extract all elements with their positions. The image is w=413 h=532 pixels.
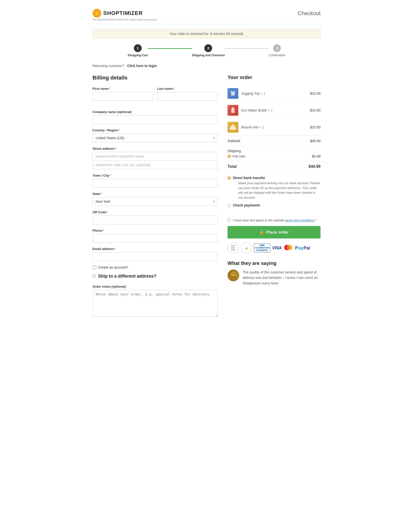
required-star-5: * — [110, 174, 111, 177]
phone-group: Phone* — [92, 229, 218, 243]
logo-area: ⚡ SHOPTIMIZER The WooCommerce theme for … — [92, 9, 157, 21]
step-3: 3 Confirmation — [269, 44, 285, 57]
flat-rate-radio[interactable] — [228, 155, 231, 158]
email-input[interactable] — [92, 252, 218, 261]
last-name-input[interactable] — [157, 92, 218, 101]
terms-label: I have read and agree to the website ter… — [233, 218, 317, 222]
state-select-wrapper: New York ▾ — [92, 197, 218, 206]
payment-methods: Direct bank transfer Make your payment d… — [228, 172, 321, 215]
required-star-8: * — [103, 229, 104, 232]
lock-icon: 🔒 — [259, 230, 264, 235]
order-summary-title: Your order — [228, 75, 321, 80]
country-select[interactable]: United States (US) — [92, 134, 218, 142]
company-input[interactable] — [92, 115, 218, 124]
phone-input[interactable] — [92, 234, 218, 243]
returning-customer-prefix: Returning customer? — [92, 64, 124, 68]
order-notes-textarea[interactable] — [92, 290, 218, 317]
direct-bank-option: Direct bank transfer Make your payment d… — [228, 176, 321, 200]
svg-point-5 — [287, 245, 292, 250]
street-input-1[interactable] — [92, 152, 218, 161]
state-select[interactable]: New York — [92, 197, 218, 206]
billing-title: Billing details — [92, 75, 218, 81]
svg-rect-0 — [232, 107, 234, 108]
create-account-row: Create an account? — [92, 265, 218, 269]
product-name-beanie-hat: Beanie Hat × 1 — [241, 125, 264, 129]
check-payments-radio[interactable] — [228, 204, 231, 207]
create-account-checkbox[interactable] — [92, 266, 96, 269]
flat-rate-value: $4.99 — [312, 154, 321, 158]
street-group: Street address* — [92, 147, 218, 169]
lightning-icon: ⚡ — [94, 11, 100, 16]
required-star: * — [109, 87, 110, 91]
login-link[interactable]: Click here to login — [127, 64, 157, 68]
product-thumb-jogging-top — [228, 88, 238, 99]
product-price-jogging-top: $15.00 — [310, 91, 321, 95]
country-group: Country / Region* United States (US) ▾ — [92, 128, 218, 142]
shipping-label: Shipping — [228, 149, 321, 153]
company-label: Company name (optional) — [92, 110, 218, 114]
state-label: State* — [92, 192, 218, 196]
testimonial-avatar — [228, 270, 239, 281]
direct-bank-label: Direct bank transfer — [233, 176, 321, 180]
shipping-section: Shipping Flat rate: $4.99 — [228, 146, 321, 161]
ship-different-row: Ship to a different address? — [92, 274, 218, 279]
testimonial-title: What they are saying — [228, 260, 321, 266]
order-items: Jogging Top × 1 $15.00 Eco Water Bottl — [228, 85, 321, 136]
step-2-label: Shipping and Checkout — [192, 54, 225, 57]
product-qty-2: × 1 — [268, 108, 273, 112]
step-3-label: Confirmation — [269, 54, 285, 57]
zip-label: ZIP Code* — [92, 210, 218, 214]
direct-bank-desc: Make your payment directly into our bank… — [233, 181, 321, 200]
name-row: First name* Last name* — [92, 87, 218, 105]
product-qty-3: × 1 — [259, 125, 264, 129]
flat-rate-label: Flat rate: — [232, 154, 246, 158]
subtotal-value: $40.00 — [310, 139, 321, 143]
company-group: Company name (optional) — [92, 110, 218, 124]
product-price-beanie-hat: $15.00 — [310, 125, 321, 129]
mastercard-badge — [283, 244, 293, 252]
required-star-9: * — [115, 247, 116, 251]
terms-row: I have read and agree to the website ter… — [228, 218, 321, 222]
email-group: Email address* — [92, 247, 218, 261]
zip-input[interactable] — [92, 215, 218, 224]
svg-point-8 — [231, 272, 235, 276]
order-totals: Subtotal $40.00 Shipping Flat rate: $4.9… — [228, 136, 321, 172]
street-input-2[interactable] — [92, 161, 218, 169]
jogging-top-icon — [229, 90, 236, 97]
check-payments-label: Check payments — [233, 203, 260, 207]
ship-different-checkbox[interactable] — [92, 275, 96, 278]
place-order-button[interactable]: 🔒 Place order — [228, 226, 321, 238]
terms-link[interactable]: terms and conditions — [285, 218, 315, 222]
site-header: ⚡ SHOPTIMIZER The WooCommerce theme for … — [92, 5, 321, 24]
beanie-hat-icon — [229, 124, 237, 130]
country-select-wrapper: United States (US) ▾ — [92, 134, 218, 142]
first-name-label: First name* — [92, 87, 153, 91]
zip-group: ZIP Code* — [92, 210, 218, 224]
progress-steps: 1 Shopping Cart 2 Shipping and Checkout … — [92, 44, 321, 57]
place-order-label: Place order — [266, 230, 289, 235]
product-qty-1: × 1 — [261, 91, 265, 95]
svg-point-10 — [234, 273, 235, 274]
terms-required-star: * — [316, 218, 317, 222]
city-input[interactable] — [92, 179, 218, 188]
checkout-layout: Billing details First name* Last name* — [92, 75, 321, 322]
check-payments-option: Check payments — [228, 203, 321, 207]
first-name-input[interactable] — [92, 92, 153, 101]
testimonial-text: The quality of the customer service and … — [243, 270, 321, 286]
ship-different-label[interactable]: Ship to a different address? — [98, 274, 156, 279]
product-price-water-bottle: $10.00 — [310, 108, 321, 112]
order-notes-label: Order notes (optional) — [92, 285, 218, 288]
step-2-circle: 2 — [204, 44, 212, 52]
security-badges: 100%SATISFIED 🔒 BBBACCREDITEDBUSINESS VI… — [228, 242, 321, 254]
city-group: Town / City* — [92, 174, 218, 188]
city-label: Town / City* — [92, 174, 218, 177]
direct-bank-radio[interactable] — [228, 176, 231, 180]
svg-rect-1 — [231, 108, 235, 113]
total-value: $44.99 — [309, 164, 321, 169]
svg-point-3 — [232, 125, 234, 126]
order-item-left-2: Eco Water Bottle × 1 — [228, 105, 273, 116]
subtotal-label: Subtotal — [228, 139, 240, 143]
terms-checkbox[interactable] — [228, 219, 231, 222]
connector-2-3 — [225, 48, 269, 49]
create-account-label[interactable]: Create an account? — [98, 265, 128, 269]
